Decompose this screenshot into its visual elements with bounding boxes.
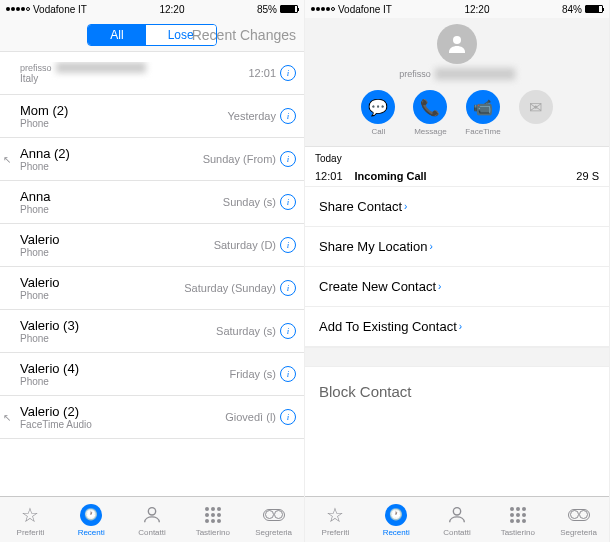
recents-topbar: All Lose Recent Changes [0,18,304,52]
tab-segreteria[interactable]: Segreteria [548,497,609,542]
menu-label: Share Contact [319,199,402,214]
tab-tastierino[interactable]: Tastierino [182,497,243,542]
tab-contatti[interactable]: Contatti [427,497,488,542]
log-time: 12:01 [315,170,343,182]
action-label: FaceTime [465,127,500,136]
menu-label: Share My Location [319,239,427,254]
call-row[interactable]: ↖ Valerio (2) FaceTime Audio Giovedì (l)… [0,396,304,439]
menu-row[interactable]: Share My Location› [305,227,609,267]
chevron-icon: › [459,321,462,332]
star-icon: ☆ [18,503,42,527]
row-sub: Phone [20,290,184,301]
tab-label: Recenti [78,528,105,537]
battery-pct: 84% [562,4,582,15]
row-name: Anna (2) [20,146,203,161]
action-video[interactable]: 📹FaceTime [465,90,500,136]
call-row[interactable]: Mom (2) Phone Yesterday i [0,95,304,138]
tab-label: Tastierino [196,528,230,537]
tab-preferiti[interactable]: ☆Preferiti [0,497,61,542]
battery-pct: 85% [257,4,277,15]
outgoing-icon: ↖ [3,154,11,165]
tab-label: Contatti [443,528,471,537]
row-sub: Phone [20,376,230,387]
row-sub: Phone [20,333,216,344]
clock-label: 12:20 [464,4,489,15]
call-row[interactable]: prefisso Italy 12:01 i [0,52,304,95]
log-type: Incoming Call [355,170,427,182]
segment-all[interactable]: All [88,25,145,45]
menu-row[interactable]: Share Contact› [305,187,609,227]
menu-label: Add To Existing Contact [319,319,457,334]
tab-label: Recenti [383,528,410,537]
action-phone[interactable]: 📞Message [413,90,447,136]
menu-label: Create New Contact [319,279,436,294]
person-icon [140,503,164,527]
tab-preferiti[interactable]: ☆Preferiti [305,497,366,542]
tab-recenti[interactable]: 🕐Recenti [61,497,122,542]
row-when: Saturday (s) [216,325,276,337]
block-contact-row[interactable]: Block Contact [305,367,609,416]
svg-point-1 [453,36,461,44]
signal-dots-icon [311,7,335,11]
call-row[interactable]: Valerio (4) Phone Friday (s) i [0,353,304,396]
tab-label: Preferiti [17,528,45,537]
phone-icon: 📞 [413,90,447,124]
row-when: Saturday (Sunday) [184,282,276,294]
row-name: Valerio [20,275,184,290]
call-log-row: 12:01 Incoming Call 29 S [305,166,609,187]
action-label: Call [371,127,385,136]
edit-link[interactable]: Recent Changes [192,27,296,43]
chevron-icon: › [404,201,407,212]
row-when: Yesterday [227,110,276,122]
svg-point-2 [453,507,460,514]
status-bar: Vodafone IT 12:20 84% [305,0,609,18]
call-row[interactable]: Valerio Phone Saturday (D) i [0,224,304,267]
info-icon[interactable]: i [280,409,296,425]
menu-section: Share Contact›Share My Location›Create N… [305,187,609,347]
tab-label: Preferiti [322,528,350,537]
call-row[interactable]: Anna Phone Sunday (s) i [0,181,304,224]
battery-icon [585,5,603,13]
info-icon[interactable]: i [280,280,296,296]
message-icon: 💬 [361,90,395,124]
row-name: Valerio [20,232,214,247]
row-name: Valerio (4) [20,361,230,376]
tab-tastierino[interactable]: Tastierino [487,497,548,542]
tab-recenti[interactable]: 🕐Recenti [366,497,427,542]
battery-icon [280,5,298,13]
outgoing-icon: ↖ [3,412,11,423]
info-icon[interactable]: i [280,65,296,81]
row-name [56,62,146,73]
star-icon: ☆ [323,503,347,527]
info-icon[interactable]: i [280,366,296,382]
info-icon[interactable]: i [280,323,296,339]
chevron-icon: › [429,241,432,252]
tab-bar: ☆Preferiti🕐RecentiContattiTastierinoSegr… [305,496,609,542]
clock-icon: 🕐 [384,503,408,527]
chevron-icon: › [438,281,441,292]
row-when: Sunday (From) [203,153,276,165]
clock-icon: 🕐 [79,503,103,527]
tab-contatti[interactable]: Contatti [122,497,183,542]
tab-segreteria[interactable]: Segreteria [243,497,304,542]
menu-row[interactable]: Add To Existing Contact› [305,307,609,347]
row-when: 12:01 [248,67,276,79]
action-row: 💬Call📞Message📹FaceTime✉ [361,90,552,136]
voicemail-icon [567,503,591,527]
row-name: Valerio (2) [20,404,225,419]
avatar [437,24,477,64]
person-icon [445,503,469,527]
call-row[interactable]: Valerio Phone Saturday (Sunday) i [0,267,304,310]
menu-row[interactable]: Create New Contact› [305,267,609,307]
info-icon[interactable]: i [280,108,296,124]
info-icon[interactable]: i [280,237,296,253]
action-message[interactable]: 💬Call [361,90,395,136]
call-row[interactable]: ↖ Anna (2) Phone Sunday (From) i [0,138,304,181]
call-row[interactable]: Valerio (3) Phone Saturday (s) i [0,310,304,353]
info-icon[interactable]: i [280,151,296,167]
tab-label: Tastierino [501,528,535,537]
contact-name [435,68,515,80]
info-icon[interactable]: i [280,194,296,210]
carrier-label: Vodafone IT [33,4,87,15]
tab-bar: ☆Preferiti🕐RecentiContattiTastierinoSegr… [0,496,304,542]
